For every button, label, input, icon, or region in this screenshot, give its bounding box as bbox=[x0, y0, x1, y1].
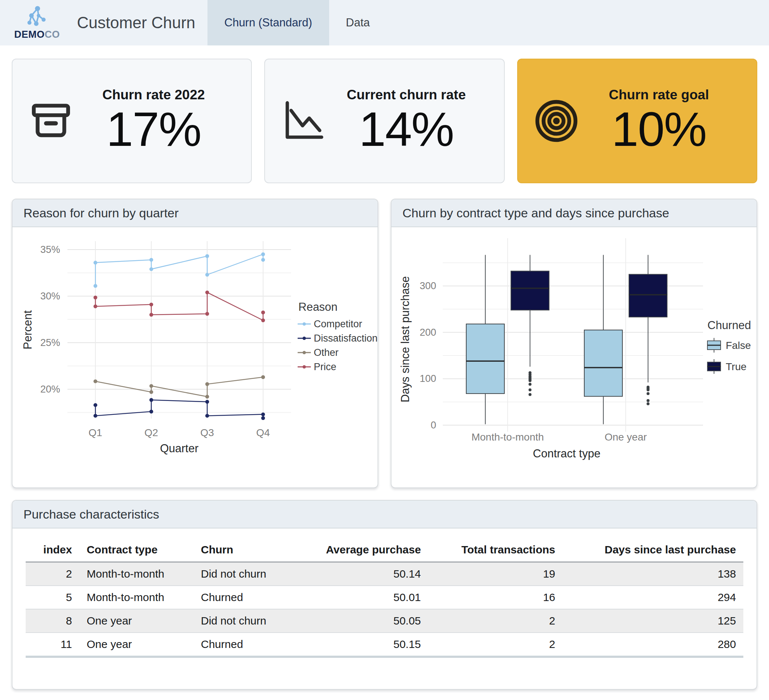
data-point bbox=[150, 258, 153, 262]
table-cell: Month-to-month bbox=[79, 586, 193, 609]
outlier-point bbox=[529, 383, 531, 386]
legend-item-false: False bbox=[708, 338, 751, 352]
data-point bbox=[150, 398, 153, 402]
box bbox=[584, 330, 623, 396]
box bbox=[629, 275, 667, 317]
legend-dot bbox=[303, 351, 306, 354]
panel-churn-by-contract: Churn by contract type and days since pu… bbox=[391, 199, 757, 488]
tab-churn-standard[interactable]: Churn (Standard) bbox=[208, 0, 329, 45]
table-cell: One year bbox=[79, 632, 193, 657]
y-tick-label: 25% bbox=[40, 337, 60, 348]
data-point bbox=[93, 403, 97, 407]
y-axis-title: Days since last purchase bbox=[399, 276, 412, 402]
legend-item-true: True bbox=[708, 359, 746, 374]
y-tick-label: 300 bbox=[420, 280, 436, 291]
legend-label: Dissatisfaction bbox=[314, 333, 378, 344]
line-series-dissatisfaction bbox=[93, 398, 265, 420]
table-cell: 50.05 bbox=[293, 609, 428, 632]
series-line bbox=[95, 377, 263, 397]
panel-title: Churn by contract type and days since pu… bbox=[391, 200, 756, 227]
app-header: DEMOCO Customer Churn Churn (Standard) D… bbox=[0, 0, 769, 45]
legend-label: Competitor bbox=[314, 319, 362, 330]
legend-label: Other bbox=[314, 347, 339, 358]
table-cell: Churned bbox=[193, 586, 293, 609]
data-point bbox=[150, 267, 153, 271]
table-cell: One year bbox=[79, 609, 193, 632]
legend-dot bbox=[303, 322, 306, 326]
y-axis-title: Percent bbox=[21, 310, 34, 349]
kpi-title: Churn rate 2022 bbox=[75, 87, 232, 103]
data-point bbox=[150, 390, 153, 394]
series-line bbox=[95, 400, 263, 418]
table-header-cell: Average purchase bbox=[293, 538, 428, 562]
x-axis-title: Quarter bbox=[160, 442, 198, 455]
outlier-point bbox=[647, 399, 650, 402]
table-cell: Churned bbox=[193, 632, 293, 657]
panel-title: Reason for churn by quarter bbox=[13, 200, 378, 227]
page-title: Customer Churn bbox=[77, 14, 208, 32]
box bbox=[511, 271, 549, 310]
y-tick-label: 200 bbox=[420, 327, 436, 338]
table-row: 5Month-to-monthChurned50.0116294 bbox=[26, 586, 743, 609]
table-body: 2Month-to-monthDid not churn50.14191385M… bbox=[26, 562, 743, 657]
table-cell: 19 bbox=[428, 562, 562, 586]
kpi-title: Churn rate goal bbox=[580, 87, 738, 103]
kpi-text: Current churn rate 14% bbox=[327, 87, 485, 154]
table-cell: 2 bbox=[26, 562, 79, 586]
legend-label: False bbox=[726, 340, 751, 351]
kpi-value: 10% bbox=[580, 104, 738, 154]
box bbox=[466, 324, 504, 394]
table-row: 11One yearChurned50.152280 bbox=[26, 632, 743, 657]
archive-box-icon bbox=[27, 97, 75, 145]
data-point bbox=[261, 319, 265, 322]
table-header-cell: Contract type bbox=[79, 538, 193, 562]
data-point bbox=[93, 414, 97, 417]
data-point bbox=[261, 375, 265, 379]
panel-reason-for-churn: Reason for churn by quarter 20%25%30%35%… bbox=[12, 199, 378, 488]
data-point bbox=[93, 379, 97, 383]
data-point bbox=[261, 416, 265, 420]
legend-title: Reason bbox=[298, 301, 338, 313]
line-series-price bbox=[93, 291, 265, 322]
data-point bbox=[205, 312, 209, 315]
table-cell: Month-to-month bbox=[79, 562, 193, 586]
reason-line-chart: 20%25%30%35%Q1Q2Q3Q4QuarterPercentReason… bbox=[13, 227, 378, 488]
target-icon bbox=[533, 97, 580, 145]
data-point bbox=[261, 412, 265, 416]
table-cell: 8 bbox=[26, 609, 79, 632]
table-cell: 294 bbox=[563, 586, 743, 609]
line-chart-down-icon bbox=[280, 97, 327, 145]
data-point bbox=[205, 400, 209, 404]
table-cell: 125 bbox=[563, 609, 743, 632]
box-one-year-false bbox=[584, 255, 623, 424]
network-logo-icon bbox=[24, 5, 50, 28]
legend-item-dissatisfaction: Dissatisfaction bbox=[298, 333, 378, 344]
table-head: indexContract typeChurnAverage purchaseT… bbox=[26, 538, 743, 562]
y-tick-label: 0 bbox=[431, 420, 436, 431]
table-header-cell: index bbox=[26, 538, 79, 562]
x-tick-label: Month-to-month bbox=[471, 431, 544, 443]
kpi-row: Churn rate 2022 17% Current churn rate 1… bbox=[12, 59, 757, 183]
kpi-title: Current churn rate bbox=[327, 87, 485, 103]
tab-data[interactable]: Data bbox=[329, 0, 387, 45]
data-point bbox=[93, 296, 97, 299]
data-point bbox=[150, 410, 153, 414]
table-header-row: indexContract typeChurnAverage purchaseT… bbox=[26, 538, 743, 562]
kpi-card-churn-rate-goal: Churn rate goal 10% bbox=[517, 59, 757, 183]
customer-churn-dashboard: { "header": { "logo_text_primary": "DEMO… bbox=[0, 0, 769, 700]
legend-label: Price bbox=[314, 361, 336, 372]
panel-title: Purchase characteristics bbox=[13, 500, 756, 528]
kpi-text: Churn rate goal 10% bbox=[580, 87, 738, 154]
table-cell: Did not churn bbox=[193, 562, 293, 586]
table-cell: 280 bbox=[563, 632, 743, 657]
outlier-point bbox=[529, 379, 531, 382]
outlier-point bbox=[647, 388, 650, 391]
kpi-card-churn-rate-2022: Churn rate 2022 17% bbox=[12, 59, 252, 183]
kpi-value: 17% bbox=[75, 104, 232, 154]
box-one-year-true bbox=[629, 255, 667, 405]
table-row: 8One yearDid not churn50.052125 bbox=[26, 609, 743, 632]
kpi-text: Churn rate 2022 17% bbox=[75, 87, 232, 154]
data-point bbox=[205, 291, 209, 294]
legend-dot bbox=[303, 337, 306, 340]
purchase-characteristics-table: indexContract typeChurnAverage purchaseT… bbox=[26, 538, 743, 658]
